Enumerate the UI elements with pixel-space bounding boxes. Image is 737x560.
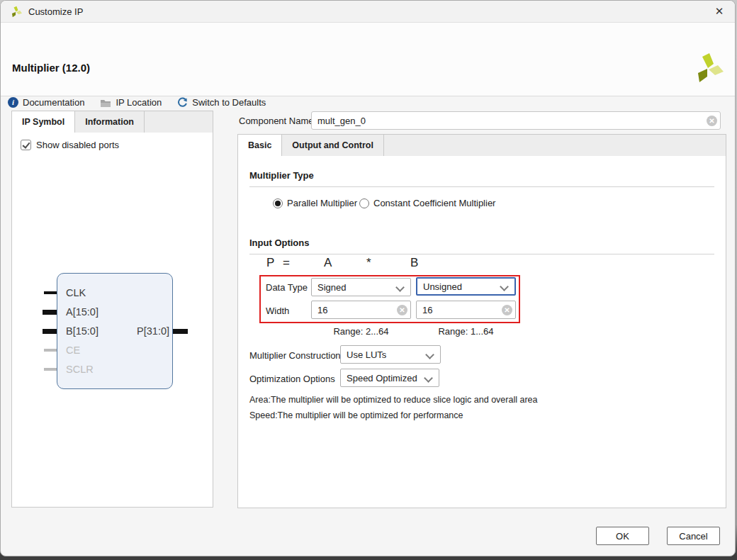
title-bar: Customize IP ✕ [1,1,735,23]
a-data-type-select[interactable]: Signed [311,278,411,296]
equation-a: A [324,256,332,270]
speed-note: Speed:The multiplier will be optimized f… [249,410,463,420]
tab-information[interactable]: Information [75,111,145,133]
a-width-input[interactable] [311,301,411,319]
b-range-label: Range: 1...64 [416,326,516,337]
chevron-down-icon [424,374,433,383]
multiplier-construction-value: Use LUTs [347,349,386,360]
customize-ip-dialog: Customize IP ✕ Multiplier (12.0) i Docum… [0,0,736,556]
multiplier-construction-label: Multiplier Construction [249,350,341,361]
equation-b: B [410,256,418,270]
chevron-down-icon [425,350,434,359]
equation-p: P [266,256,274,270]
optimization-options-label: Optimization Options [249,374,335,384]
width-label: Width [266,306,289,316]
a-range-label: Range: 2...64 [311,326,411,337]
window-title: Customize IP [28,6,83,17]
multiplier-type-rule [249,186,714,187]
config-panel: Basic Output and Control Multiplier Type… [237,134,726,508]
tab-ip-symbol[interactable]: IP Symbol [12,111,75,133]
optimization-options-value: Speed Optimized [347,373,417,383]
chevron-down-icon [500,282,509,291]
close-icon[interactable]: ✕ [709,3,729,20]
show-disabled-ports-label: Show disabled ports [36,140,119,150]
switch-to-defaults-label: Switch to Defaults [192,97,266,108]
ce-port-stub [44,349,57,352]
left-tabstrip: IP Symbol Information [12,111,213,133]
component-name-label: Component Name [239,116,314,126]
b-data-type-value: Unsigned [423,281,462,292]
folder-icon [100,98,111,108]
chevron-down-icon [395,283,405,292]
b-port-label: B[15:0] [66,325,99,337]
p-port-stub [173,329,188,334]
a-port-label: A[15:0] [66,306,99,318]
component-name-input[interactable] [311,111,721,130]
clear-component-name-icon[interactable]: ✕ [707,116,717,126]
cancel-button[interactable]: Cancel [667,527,720,545]
xilinx-logo [692,52,724,85]
input-options-rule [249,254,714,254]
tab-basic[interactable]: Basic [238,135,282,156]
documentation-button[interactable]: i Documentation [8,97,84,108]
p-port-label: P[31:0] [127,325,169,337]
page-title: Multiplier (12.0) [12,62,90,74]
b-data-type-select[interactable]: Unsigned [416,277,516,296]
parallel-multiplier-label: Parallel Multiplier [287,198,357,208]
data-type-label: Data Type [266,282,308,293]
constant-coefficient-option[interactable]: Constant Coefficient Multiplier [359,198,495,208]
ip-location-button[interactable]: IP Location [100,97,162,108]
parallel-multiplier-radio[interactable] [273,198,283,208]
tab-output-and-control[interactable]: Output and Control [282,135,384,156]
switch-to-defaults-button[interactable]: Switch to Defaults [177,97,266,108]
show-disabled-ports-row[interactable]: Show disabled ports [21,140,119,150]
toolbar: i Documentation IP Location Switch to De… [8,97,266,108]
a-data-type-value: Signed [317,282,346,293]
equation-star: * [366,256,371,270]
ce-port-label: CE [66,345,80,356]
constant-coefficient-radio[interactable] [359,198,369,208]
input-options-heading: Input Options [249,237,309,248]
xilinx-app-icon [10,6,22,18]
clear-a-width-icon[interactable]: ✕ [397,305,407,315]
refresh-icon [177,97,188,108]
show-disabled-ports-checkbox[interactable] [21,140,31,150]
a-port-stub [43,310,57,315]
b-port-stub [43,329,57,334]
clear-b-width-icon[interactable]: ✕ [502,305,512,315]
ip-location-label: IP Location [116,97,162,108]
multiplier-type-heading: Multiplier Type [249,170,314,181]
sclr-port-stub [44,368,57,371]
parallel-multiplier-option[interactable]: Parallel Multiplier [273,198,357,208]
area-note: Area:The multiplier will be optimized to… [249,395,537,405]
ip-symbol-panel: IP Symbol Information Show disabled port… [11,111,213,508]
documentation-label: Documentation [23,97,84,108]
clk-port-stub [44,291,57,294]
constant-coefficient-label: Constant Coefficient Multiplier [373,198,495,208]
optimization-options-select[interactable]: Speed Optimized [340,369,439,387]
equation-equals: = [283,256,290,270]
config-tabstrip: Basic Output and Control [238,135,726,156]
sclr-port-label: SCLR [66,364,94,375]
dialog-header: Multiplier (12.0) i Documentation IP Loc… [1,23,735,96]
b-width-input[interactable] [416,301,516,319]
multiplier-construction-select[interactable]: Use LUTs [340,345,441,364]
clk-port-label: CLK [66,287,86,298]
check-icon [22,140,30,149]
info-icon: i [8,97,18,108]
ok-button[interactable]: OK [596,527,649,545]
